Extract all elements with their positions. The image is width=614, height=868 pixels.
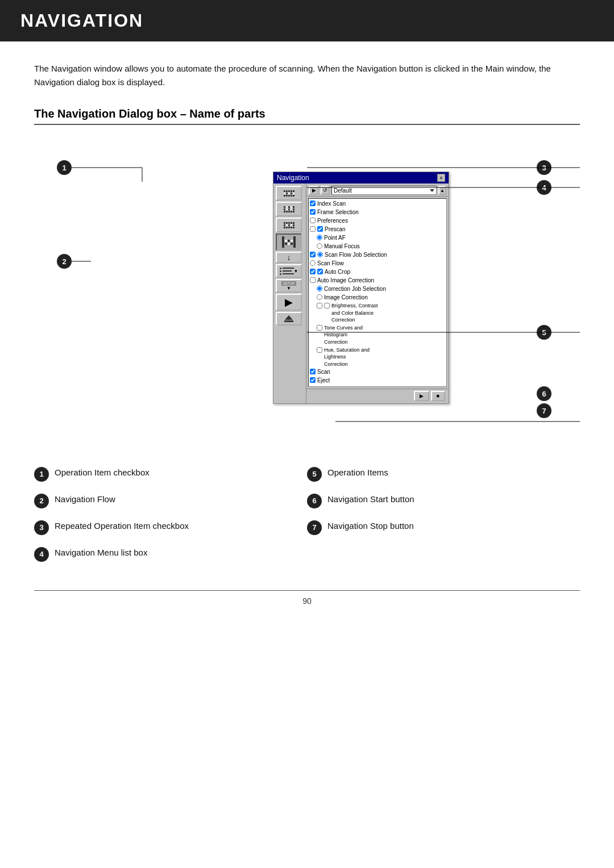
nav-flow-btn-3[interactable] [276, 218, 302, 232]
item-scan: Scan [310, 368, 445, 376]
scroll-up-button[interactable]: ▲ [438, 186, 446, 195]
checklist-panel: ▶ ↺ Default ▲ [306, 183, 449, 403]
play-button[interactable]: ▶ [309, 186, 319, 195]
frame-selection-checkbox[interactable] [310, 209, 316, 215]
tone-curves-label: Tone Curves andHistogramCorrection [324, 324, 363, 346]
legend-text-2: Navigation Flow [55, 493, 115, 505]
item-hue: Hue, Saturation andLightnessCorrection [317, 347, 445, 368]
legend-item-3: 3 Repeated Operation Item checkbox [34, 514, 307, 541]
hue-label: Hue, Saturation andLightnessCorrection [324, 347, 370, 368]
scan-label: Scan [317, 368, 330, 376]
checklist-scroll-area[interactable]: Index Scan Frame Selection [308, 198, 447, 387]
item-brightness: Brightness, Contrastand Color BalanceCor… [317, 302, 445, 324]
prescan-label: Prescan [325, 226, 346, 233]
callout-4: 4 [537, 180, 551, 195]
callout-5: 5 [537, 325, 551, 340]
legend-item-1: 1 Operation Item checkbox [34, 461, 307, 487]
correction-job-label: Correction Job Selection [324, 285, 386, 293]
auto-crop-label: Auto Crop [325, 268, 350, 276]
refresh-button[interactable]: ↺ [321, 186, 330, 195]
brightness-outer-checkbox[interactable] [317, 303, 322, 308]
navigation-stop-button[interactable]: ■ [431, 391, 445, 401]
legend-num-4: 4 [34, 547, 49, 562]
legend-num-2: 2 [34, 494, 49, 508]
legend-item-7: 7 Navigation Stop button [307, 514, 580, 541]
legend-section: 1 Operation Item checkbox 5 Operation It… [34, 461, 580, 567]
prescan-inner-checkbox[interactable] [317, 226, 323, 232]
eject-checkbox[interactable] [310, 377, 316, 383]
scan-flow-job-outer-checkbox[interactable] [310, 252, 316, 257]
dropdown-arrow-icon [430, 189, 434, 192]
dialog-titlebar: Navigation × [273, 172, 449, 183]
item-correction-job: Correction Job Selection [317, 285, 445, 293]
scan-flow-radio[interactable] [310, 260, 316, 266]
legend-text-7: Navigation Stop button [327, 520, 414, 532]
scan-flow-job-radio[interactable] [317, 252, 323, 257]
auto-image-correction-checkbox[interactable] [310, 277, 316, 283]
item-index-scan: Index Scan [310, 200, 445, 208]
item-point-af: Point AF [317, 234, 445, 242]
dropdown-value: Default [334, 187, 352, 194]
dialog-top-bar: ▶ ↺ Default ▲ [306, 183, 449, 197]
callout-2: 2 [57, 254, 72, 269]
legend-text-3: Repeated Operation Item checkbox [55, 520, 189, 532]
callout-6: 6 [537, 386, 551, 401]
image-correction-radio[interactable] [317, 294, 322, 300]
eject-label: Eject [317, 377, 330, 385]
item-frame-selection: Frame Selection [310, 208, 445, 216]
scan-flow-job-label: Scan Flow Job Selection [325, 251, 387, 259]
legend-item-2: 2 Navigation Flow [34, 487, 307, 514]
nav-flow-btn-bigarrow[interactable]: ▶ [276, 294, 302, 311]
point-af-label: Point AF [324, 234, 346, 242]
legend-num-1: 1 [34, 467, 49, 482]
item-scan-flow: Scan Flow [310, 260, 445, 268]
legend-num-6: 6 [307, 494, 322, 508]
nav-flow-btn-eject[interactable] [276, 312, 302, 326]
index-scan-label: Index Scan [317, 200, 346, 208]
point-af-radio[interactable] [317, 235, 322, 240]
auto-crop-outer-checkbox[interactable] [310, 269, 316, 274]
intro-text: The Navigation window allows you to auto… [34, 62, 580, 89]
nav-flow-btn-2[interactable] [276, 202, 302, 216]
nav-flow-btn-setup[interactable]: SETUP ▼ [276, 279, 302, 293]
callout-1: 1 [57, 160, 72, 175]
correction-job-radio[interactable] [317, 286, 322, 291]
auto-crop-inner-checkbox[interactable] [317, 269, 323, 274]
item-eject: Eject [310, 377, 445, 385]
nav-flow-btn-4[interactable] [276, 233, 302, 251]
dialog-close-button[interactable]: × [437, 174, 445, 182]
manual-focus-radio[interactable] [317, 243, 322, 249]
legend-text-6: Navigation Start button [327, 493, 414, 505]
item-scan-flow-job: Scan Flow Job Selection [310, 251, 445, 259]
nav-flow-btn-list[interactable]: ▼ [276, 264, 302, 278]
manual-focus-label: Manual Focus [324, 243, 360, 251]
legend-num-5: 5 [307, 467, 322, 482]
legend-num-3: 3 [34, 520, 49, 535]
nav-flow-btn-down[interactable]: ↓ [276, 252, 302, 263]
brightness-label: Brightness, Contrastand Color BalanceCor… [331, 302, 378, 324]
item-auto-crop: Auto Crop [310, 268, 445, 276]
menu-dropdown[interactable]: Default [331, 186, 437, 195]
item-image-correction: Image Correction [317, 294, 445, 302]
preferences-checkbox[interactable] [310, 218, 316, 223]
legend-item-6: 6 Navigation Start button [307, 487, 580, 514]
callout-3: 3 [537, 160, 551, 175]
tone-curves-checkbox[interactable] [317, 325, 322, 331]
brightness-inner-checkbox[interactable] [324, 303, 330, 308]
auto-image-correction-label: Auto Image Correction [317, 277, 374, 285]
scan-checkbox[interactable] [310, 369, 316, 374]
frame-selection-label: Frame Selection [317, 208, 359, 216]
hue-checkbox[interactable] [317, 347, 322, 353]
item-manual-focus: Manual Focus [317, 243, 445, 251]
callout-7: 7 [537, 403, 551, 418]
scan-flow-label: Scan Flow [317, 260, 344, 268]
page-title: NAVIGATION [20, 10, 594, 31]
nav-flow-btn-1[interactable] [276, 186, 302, 201]
prescan-outer-checkbox[interactable] [310, 226, 316, 232]
dialog-bottom-bar: ▶ ■ [306, 389, 449, 403]
index-scan-checkbox[interactable] [310, 201, 316, 206]
navigation-start-button[interactable]: ▶ [414, 391, 429, 401]
legend-item-4: 4 Navigation Menu list box [34, 541, 307, 567]
page-number: 90 [302, 596, 312, 606]
legend-text-1: Operation Item checkbox [55, 466, 150, 478]
